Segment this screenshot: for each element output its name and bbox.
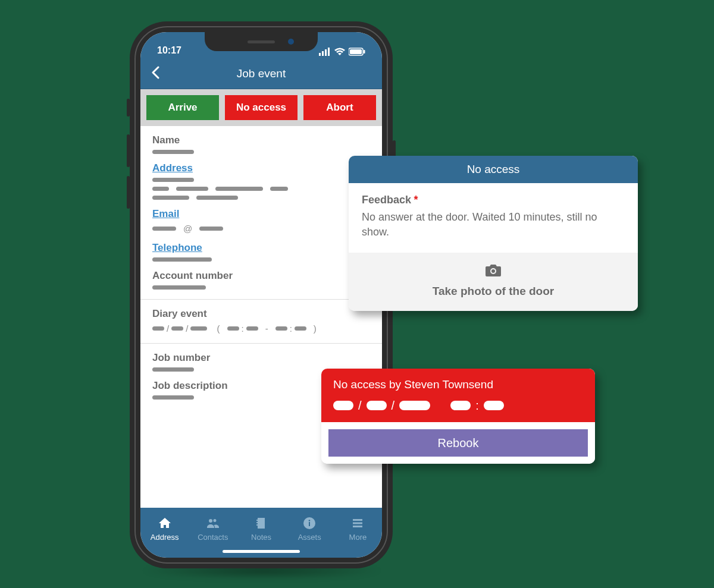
svg-rect-2 [325, 49, 327, 56]
tab-label: More [349, 533, 367, 542]
contacts-icon [206, 516, 220, 530]
svg-rect-8 [309, 522, 310, 526]
chevron-left-icon [151, 66, 159, 79]
no-access-by-text: No access by Steven Townsend [333, 378, 583, 391]
tab-assets[interactable]: Assets [286, 508, 334, 549]
no-access-button[interactable]: No access [225, 95, 298, 120]
home-indicator [223, 550, 300, 553]
label-telephone: Telephone [152, 242, 370, 254]
rebook-popup: No access by Steven Townsend / / : Reboo… [321, 369, 595, 464]
required-mark: * [414, 194, 418, 206]
label-email: Email [152, 208, 370, 220]
arrive-button[interactable]: Arrive [146, 95, 219, 120]
side-button [127, 99, 130, 117]
feedback-text[interactable]: No answer at the door. Waited 10 minutes… [362, 210, 625, 240]
label-address: Address [152, 162, 370, 174]
tab-contacts[interactable]: Contacts [189, 508, 237, 549]
notes-icon [254, 516, 268, 530]
rebook-header: No access by Steven Townsend / / : [321, 369, 595, 422]
nav-header: Job event [140, 58, 382, 89]
tab-label: Address [151, 533, 179, 542]
tab-label: Assets [298, 533, 321, 542]
take-photo-button[interactable]: Take photo of the door [349, 253, 638, 311]
svg-point-14 [491, 269, 495, 273]
svg-rect-5 [350, 49, 362, 54]
tab-label: Notes [251, 533, 271, 542]
tab-notes[interactable]: Notes [237, 508, 285, 549]
address-link[interactable]: Address [152, 162, 193, 174]
label-account-number: Account number [152, 270, 370, 282]
status-time: 10:17 [157, 45, 181, 56]
label-job-number: Job number [152, 352, 370, 364]
page-title: Job event [140, 67, 382, 80]
svg-rect-10 [353, 519, 362, 521]
rebook-button[interactable]: Rebook [328, 429, 588, 457]
side-button [127, 176, 130, 209]
notch [205, 32, 318, 51]
home-icon [158, 516, 172, 530]
feedback-label: Feedback [362, 194, 411, 206]
side-button [127, 134, 130, 167]
svg-rect-1 [322, 51, 324, 56]
telephone-link[interactable]: Telephone [152, 242, 202, 253]
wifi-icon [334, 48, 345, 56]
tab-address[interactable]: Address [140, 508, 189, 549]
label-diary-event: Diary event [152, 308, 370, 320]
take-photo-label: Take photo of the door [355, 285, 632, 298]
tab-label: Contacts [198, 533, 228, 542]
screen: 10:17 Job event Arrive No access Abort [140, 32, 382, 558]
svg-rect-11 [353, 522, 362, 524]
camera-icon [485, 263, 502, 278]
svg-rect-0 [319, 53, 321, 56]
info-icon [302, 516, 317, 530]
no-access-popup: No access Feedback * No answer at the do… [349, 156, 638, 311]
back-button[interactable] [151, 65, 159, 82]
label-name: Name [152, 134, 370, 146]
battery-icon [349, 48, 365, 56]
actions-row: Arrive No access Abort [140, 89, 382, 126]
datetime-placeholder: / / : [333, 400, 583, 411]
signal-icon [319, 48, 331, 56]
svg-rect-6 [364, 50, 365, 54]
svg-rect-12 [353, 526, 362, 527]
tab-more[interactable]: More [334, 508, 382, 549]
menu-icon [350, 516, 365, 530]
email-link[interactable]: Email [152, 208, 179, 219]
abort-button[interactable]: Abort [303, 95, 376, 120]
svg-rect-3 [328, 48, 330, 56]
feedback-label-row: Feedback * [362, 194, 625, 206]
status-icons [319, 48, 365, 56]
popup-title: No access [349, 156, 638, 183]
svg-point-9 [309, 520, 311, 521]
